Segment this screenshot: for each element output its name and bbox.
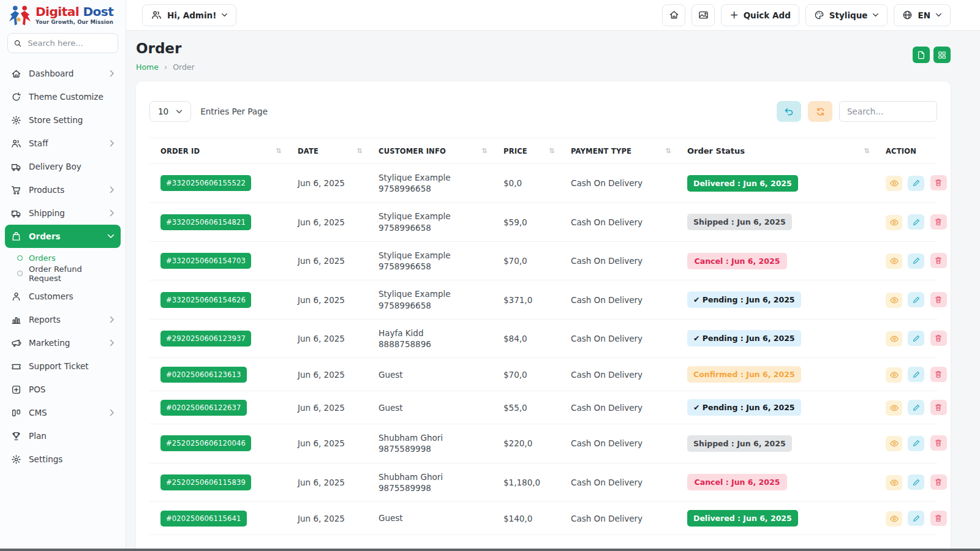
export-button[interactable] [913,47,930,63]
sidebar-item-settings[interactable]: Settings [5,448,121,471]
table-row: #2520250606120046 Jun 6, 2025 Shubham Gh… [149,424,937,463]
edit-button[interactable] [908,292,924,307]
view-button[interactable] [886,176,902,191]
bag-icon [11,231,21,242]
sort-icon[interactable] [666,147,671,155]
sidebar-item-theme-customize[interactable]: Theme Customize [5,85,121,108]
sort-icon[interactable] [549,147,555,155]
view-button[interactable] [886,511,902,527]
settings-gear-icon [11,454,21,465]
order-id-badge[interactable]: #3320250606154626 [160,292,251,308]
delete-button[interactable] [930,175,947,190]
palette-icon [814,10,824,20]
view-button[interactable] [886,367,902,383]
eye-icon [890,515,899,522]
sidebar-item-products[interactable]: Products [5,178,121,201]
sidebar-item-orders[interactable]: Orders [5,225,121,248]
col-header-date[interactable]: DATE [287,138,368,164]
sidebar-item-label: Settings [29,454,62,464]
view-button[interactable] [886,215,902,230]
sort-icon[interactable] [276,147,282,155]
sidebar-search-input[interactable] [26,38,111,48]
view-button[interactable] [886,293,902,308]
refresh-button[interactable] [808,101,832,122]
order-id-badge[interactable]: #3320250606154703 [160,253,251,269]
sort-icon[interactable] [482,147,488,155]
sidebar-item-plan[interactable]: Plan [5,424,121,448]
delete-button[interactable] [930,214,947,230]
order-id-badge[interactable]: #2520250606115839 [160,474,251,490]
col-header-order-id[interactable]: ORDER ID [149,138,287,164]
delete-button[interactable] [930,292,947,307]
sort-icon[interactable] [357,147,363,155]
sidebar-item-marketing[interactable]: Marketing [5,331,121,354]
grid-view-button[interactable] [933,47,951,63]
sidebar-item-store-setting[interactable]: Store Setting [5,108,121,132]
edit-button[interactable] [908,253,924,269]
submenu-item-orders[interactable]: Orders [5,250,121,266]
sidebar-item-reports[interactable]: Reports [5,308,121,331]
col-header-price[interactable]: PRICE [492,138,560,164]
edit-button[interactable] [908,400,924,415]
delete-button[interactable] [930,367,947,382]
customer-phone: 9875589998 [379,482,488,493]
order-id-badge[interactable]: #2920250606123937 [160,331,251,347]
table-search-input[interactable] [839,101,937,122]
customer-phone: 9758996658 [379,183,488,194]
order-id-badge[interactable]: #020250606122637 [160,400,247,416]
entries-per-page-select[interactable]: 10 [149,101,191,122]
order-id-badge[interactable]: #3320250606154821 [160,214,251,230]
brand-name-primary: Digital [36,4,79,19]
media-button[interactable] [692,4,715,26]
sidebar-item-customers[interactable]: Customers [5,285,121,308]
trash-icon [935,334,942,342]
admin-menu-button[interactable]: Hi, Admin! [142,4,236,26]
view-button[interactable] [886,400,902,416]
edit-button[interactable] [908,436,924,451]
eye-icon [890,180,899,187]
theme-selector-button[interactable]: Stylique [805,4,888,26]
col-header-order-status[interactable]: Order Status [676,138,875,164]
order-id-badge[interactable]: #020250606115641 [160,511,247,527]
delete-button[interactable] [930,253,947,268]
delete-button[interactable] [930,435,947,451]
storefront-icon [669,10,679,20]
language-selector-button[interactable]: EN [894,4,951,26]
edit-button[interactable] [908,474,924,490]
sidebar-item-staff[interactable]: Staff [5,132,121,155]
bullet-icon [17,255,23,261]
edit-button[interactable] [908,331,924,346]
sidebar-item-delivery-boy[interactable]: Delivery Boy [5,155,121,178]
sidebar-item-support-ticket[interactable]: Support Ticket [5,354,121,378]
sidebar-item-cms[interactable]: CMS [5,401,121,424]
order-id-badge[interactable]: #3320250606155522 [160,175,251,191]
delete-button[interactable] [930,331,947,346]
view-button[interactable] [886,253,902,269]
col-header-payment-type[interactable]: PAYMENT TYPE [560,138,676,164]
order-id-badge[interactable]: #020250606123613 [160,367,247,383]
sidebar-item-shipping[interactable]: Shipping [5,201,121,225]
breadcrumb-home-link[interactable]: Home [136,62,159,72]
view-button[interactable] [886,436,902,451]
delete-button[interactable] [930,474,947,490]
undo-button[interactable] [777,101,801,122]
delete-button[interactable] [930,400,947,415]
delete-button[interactable] [930,511,947,526]
quick-add-button[interactable]: + Quick Add [721,4,799,26]
view-button[interactable] [886,475,902,490]
edit-button[interactable] [908,176,924,191]
edit-button[interactable] [908,214,924,230]
view-button[interactable] [886,331,902,347]
edit-button[interactable] [908,511,924,526]
topbar-actions: + Quick Add Stylique EN [662,4,951,26]
order-id-badge[interactable]: #2520250606120046 [160,435,251,451]
sidebar-item-dashboard[interactable]: Dashboard [5,62,121,85]
brand-logo[interactable]: Digital Dost Your Growth, Our Mission [0,0,126,29]
submenu-item-order-refund-request[interactable]: Order Refund Request [5,266,121,281]
sort-icon[interactable] [864,147,870,155]
sidebar-item-pos[interactable]: POS [5,378,121,401]
order-status-badge: Pending : Jun 6, 2025 [687,330,801,347]
storefront-button[interactable] [662,4,685,26]
edit-button[interactable] [908,367,924,382]
col-header-customer-info[interactable]: CUSTOMER INFO [368,138,492,164]
